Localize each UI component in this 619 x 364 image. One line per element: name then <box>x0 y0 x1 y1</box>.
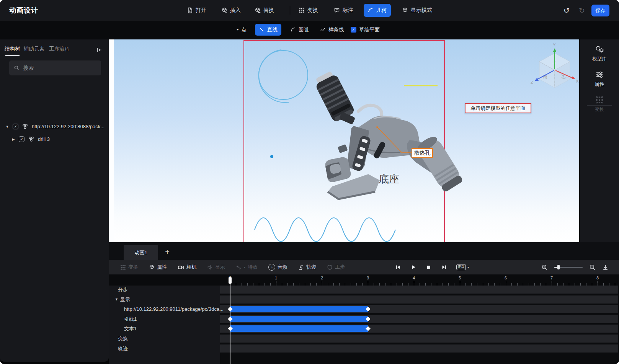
vent-annotation[interactable]: 散热孔 <box>412 148 433 158</box>
track-cell[interactable] <box>220 335 618 343</box>
row-label: 分步 <box>118 286 128 294</box>
ruler-label: 6 <box>505 276 507 280</box>
track-cell[interactable] <box>220 344 618 353</box>
play-mode-button[interactable]: 正常 ▾ <box>456 264 469 270</box>
save-label: 保存 <box>596 7 606 14</box>
row-label: 轨迹 <box>118 344 128 353</box>
key-transform-button[interactable]: 变换 <box>120 264 138 271</box>
redo-icon: ↻ <box>579 6 585 15</box>
display-mode-button[interactable]: 显示模式 <box>398 4 436 17</box>
viewport-canvas[interactable]: 上 前 右 Y X Z <box>109 39 579 242</box>
track-row-leader1[interactable]: 引线1 <box>109 315 619 323</box>
track-cell[interactable] <box>220 295 618 304</box>
sketch-point[interactable] <box>270 155 273 158</box>
key-property-button[interactable]: 属性 <box>149 264 167 271</box>
slider-knob[interactable] <box>557 265 560 269</box>
open-button[interactable]: 打开 <box>183 4 210 17</box>
model-library-button[interactable]: 模型库 <box>580 45 619 62</box>
play-mode-value: 正常 <box>456 264 466 270</box>
track-row-display-group[interactable]: ▼ 显示 <box>109 295 619 304</box>
timeline-clip-bar[interactable] <box>230 316 368 322</box>
track-row-step[interactable]: 分步 <box>109 286 619 294</box>
sketch-spline[interactable] <box>255 218 395 242</box>
key-step-button[interactable]: 工步 <box>327 264 345 271</box>
row-label: 变换 <box>118 335 128 343</box>
sketch-arc[interactable] <box>259 50 289 103</box>
key-track-button[interactable]: 轨迹 <box>298 264 316 271</box>
plus-icon: + <box>165 248 170 256</box>
zoom-out-icon[interactable] <box>589 264 596 271</box>
track-row-package[interactable]: http://10.122.92.200:9011/package/pc/3dc… <box>109 305 619 313</box>
assembly-icon <box>28 136 34 142</box>
tab-structure-tree[interactable]: 结构树 <box>5 46 20 52</box>
assembly-icon <box>22 123 28 130</box>
tree-node-package[interactable]: ▼ ✓ http://10.122.92.200:8088/pack... <box>5 123 105 130</box>
annotate-button[interactable]: 标注 <box>330 4 357 17</box>
track-cell[interactable] <box>220 286 618 294</box>
spline-tool-button[interactable]: 样条线 <box>316 24 348 36</box>
spline-icon <box>320 27 326 33</box>
track-row-trajectory[interactable]: 轨迹 <box>109 344 619 353</box>
view-cube[interactable]: 上 前 右 Y X Z <box>531 42 579 88</box>
cube-icon <box>402 7 408 13</box>
export-download-icon[interactable] <box>602 264 609 271</box>
caret-down-icon[interactable]: ▼ <box>115 295 118 304</box>
step-back-button[interactable] <box>395 264 401 270</box>
properties-button[interactable]: 属性 <box>580 70 619 88</box>
node-checkbox[interactable]: ✓ <box>13 124 18 129</box>
geometry-button[interactable]: 几何 <box>364 4 391 17</box>
effects-icon <box>236 264 242 270</box>
stop-button[interactable] <box>426 264 432 270</box>
toolbar-divider <box>290 6 290 15</box>
redo-button[interactable]: ↻ <box>576 5 588 16</box>
timeline-zoom-slider[interactable] <box>554 267 583 268</box>
key-effects-button[interactable]: ▾ 特效 <box>236 264 258 271</box>
zoom-in-icon[interactable] <box>541 264 548 271</box>
line-tool-button[interactable]: 直线 <box>255 24 281 36</box>
add-animation-tab-button[interactable]: + <box>162 246 173 258</box>
shield-icon <box>327 264 333 270</box>
timeline-clip-bar[interactable] <box>230 325 368 332</box>
key-audio-button[interactable]: ♪ 音频 <box>268 264 287 271</box>
viewport-3d[interactable]: 上 前 右 Y X Z 单击确定模型的任意平面 散热孔 底座 <box>109 39 579 242</box>
collapse-panel-button[interactable] <box>94 45 104 55</box>
ruler-label: 3 <box>367 276 369 280</box>
axis-y-label: Y <box>553 42 556 47</box>
playhead-handle[interactable] <box>229 277 232 284</box>
step-forward-button[interactable] <box>441 264 447 270</box>
app-title: 动画设计 <box>9 6 38 15</box>
playhead[interactable] <box>230 276 230 364</box>
collapse-left-icon <box>96 47 103 53</box>
arc-tool-button[interactable]: 圆弧 <box>286 24 313 36</box>
transform-dock-button[interactable]: 变换 <box>580 95 619 113</box>
point-tool-button[interactable]: ● 点 <box>233 24 250 36</box>
hint-tooltip: 单击确定模型的任意平面 <box>465 103 531 113</box>
app-window: 动画设计 打开 插入 替换 变换 标注 几何 显示模式 <box>0 0 619 364</box>
transform-button[interactable]: 变换 <box>295 4 322 17</box>
structure-panel: 结构树 辅助元素 工序流程 ▼ ✓ http://10.122.92.200:8… <box>0 39 109 362</box>
sketch-plane-toggle[interactable]: ✓ 草绘平面 <box>347 24 384 36</box>
tree-node-drill[interactable]: ▶ ✓ drill 3 <box>11 136 50 142</box>
node-checkbox[interactable]: ✓ <box>19 136 24 142</box>
key-camera-button[interactable]: 相机 <box>178 264 196 271</box>
save-button[interactable]: 保存 <box>591 5 609 16</box>
open-label: 打开 <box>196 7 206 14</box>
base-annotation[interactable]: 底座 <box>379 172 399 186</box>
search-box[interactable] <box>9 60 101 75</box>
track-row-transform[interactable]: 变换 <box>109 335 619 343</box>
key-display-button[interactable]: 显示 <box>207 264 225 271</box>
search-input[interactable] <box>23 65 96 71</box>
animation-tab[interactable]: 动画1 <box>124 245 158 260</box>
track-row-text1[interactable]: 文本1 <box>109 325 619 333</box>
insert-button[interactable]: 插入 <box>217 4 245 17</box>
caret-down-icon[interactable]: ▼ <box>5 125 9 129</box>
tab-process-flow[interactable]: 工序流程 <box>49 46 70 52</box>
play-button[interactable] <box>410 264 416 270</box>
caret-right-icon[interactable]: ▶ <box>11 137 15 141</box>
tab-auxiliary-elements[interactable]: 辅助元素 <box>24 46 44 52</box>
timeline-ruler[interactable]: 0 1 2 3 4 5 6 7 8 <box>109 274 619 286</box>
undo-button[interactable]: ↺ <box>561 5 572 16</box>
replace-button[interactable]: 替换 <box>251 4 278 17</box>
point-icon: ● <box>237 28 238 31</box>
timeline-clip-bar[interactable] <box>230 306 368 312</box>
